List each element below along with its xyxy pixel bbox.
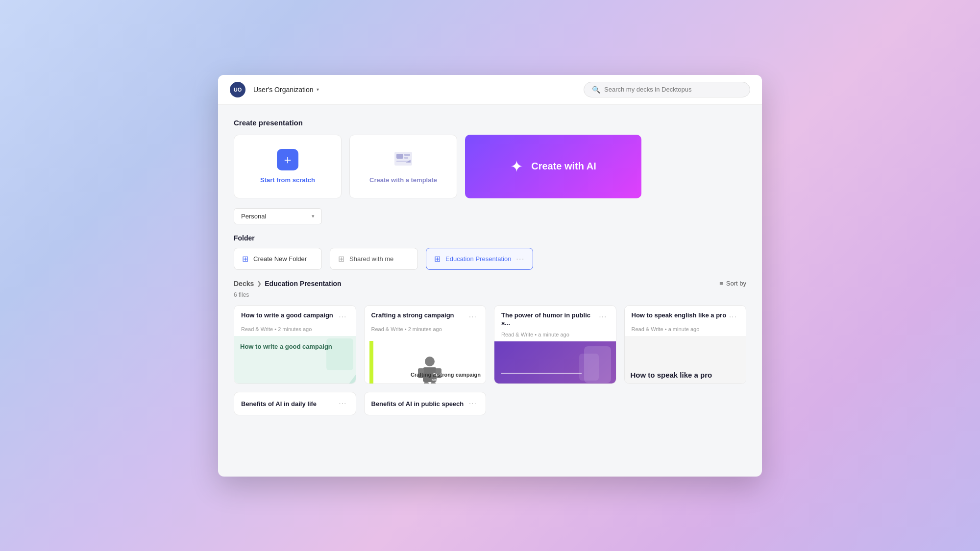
deck-card-3-title: The power of humor in public s... bbox=[501, 311, 597, 328]
search-icon: 🔍 bbox=[592, 86, 600, 94]
deck-card-1-title: How to write a good campaign bbox=[241, 311, 337, 320]
partial-deck-1[interactable]: Benefits of AI in daily life ··· bbox=[234, 392, 356, 415]
deck-card-1-thumb: How to write a good campaign bbox=[234, 336, 356, 384]
deck-card-3[interactable]: The power of humor in public s... ··· Re… bbox=[494, 305, 616, 384]
ai-label: Create with AI bbox=[531, 161, 596, 172]
dropdown-value: Personal bbox=[241, 213, 266, 220]
folder-cards-row: ⊞ Create New Folder ⊞ Shared with me ⊞ E… bbox=[234, 248, 746, 270]
deck-card-4-meta: Read & Write • a minute ago bbox=[625, 326, 746, 336]
deck-grid: How to write a good campaign ··· Read & … bbox=[234, 305, 746, 384]
template-card[interactable]: Create with a template bbox=[349, 135, 457, 198]
sort-icon: ≡ bbox=[719, 280, 723, 287]
svg-rect-2 bbox=[404, 154, 410, 156]
new-folder-icon: ⊞ bbox=[242, 254, 248, 264]
partial-deck-2-more-button[interactable]: ··· bbox=[467, 398, 479, 409]
thumb-1-text: How to write a good campaign bbox=[240, 343, 332, 351]
template-label: Create with a template bbox=[369, 176, 437, 184]
partial-deck-2[interactable]: Benefits of AI in public speech ··· bbox=[364, 392, 487, 415]
partial-deck-2-header: Benefits of AI in public speech ··· bbox=[371, 398, 479, 409]
ai-card[interactable]: ✦ Create with AI bbox=[465, 135, 641, 198]
breadcrumb-chevron-icon: ❯ bbox=[257, 280, 262, 287]
svg-rect-3 bbox=[404, 157, 408, 159]
deck-card-4-thumb: How to speak like a pro bbox=[625, 336, 746, 384]
partial-deck-row: Benefits of AI in daily life ··· Benefit… bbox=[234, 392, 746, 415]
thumb-4-text: How to speak like a pro bbox=[625, 364, 718, 384]
template-icon bbox=[392, 149, 414, 170]
deck-card-1-meta: Read & Write • 2 minutes ago bbox=[234, 326, 356, 336]
deck-card-3-meta: Read & Write • a minute ago bbox=[494, 332, 616, 341]
scratch-card[interactable]: ＋ Start from scratch bbox=[234, 135, 342, 198]
education-folder-label: Education Presentation bbox=[445, 255, 511, 263]
dropdown-row: Personal ▾ bbox=[234, 208, 746, 224]
partial-deck-1-header: Benefits of AI in daily life ··· bbox=[241, 398, 349, 409]
thumb-3-bar bbox=[501, 373, 582, 374]
svg-point-6 bbox=[425, 357, 435, 366]
create-section-title: Create presentation bbox=[234, 119, 746, 127]
org-chevron-icon: ▾ bbox=[317, 87, 319, 92]
breadcrumb: Decks ❯ Education Presentation bbox=[234, 280, 342, 287]
files-count: 6 files bbox=[234, 291, 746, 298]
deck-card-2-thumb: Crafting a strong Crafting a strong camp… bbox=[365, 336, 486, 384]
sort-button[interactable]: ≡ Sort by bbox=[719, 280, 746, 287]
scratch-label: Start from scratch bbox=[260, 176, 315, 184]
deck-card-2-more-button[interactable]: ··· bbox=[467, 311, 479, 322]
folder-section-title: Folder bbox=[234, 234, 746, 242]
deck-card-4-title: How to speak english like a pro bbox=[632, 311, 727, 320]
org-name-button[interactable]: User's Organization ▾ bbox=[253, 86, 319, 94]
deck-card-2[interactable]: Crafting a strong campaign ··· Read & Wr… bbox=[364, 305, 487, 384]
create-new-folder-card[interactable]: ⊞ Create New Folder bbox=[234, 248, 322, 270]
education-folder-icon: ⊞ bbox=[434, 254, 441, 264]
sort-label: Sort by bbox=[726, 280, 746, 287]
deck-card-1-header: How to write a good campaign ··· bbox=[234, 306, 356, 326]
svg-rect-10 bbox=[424, 382, 429, 384]
education-folder-more-icon[interactable]: ··· bbox=[516, 255, 525, 263]
deck-card-1[interactable]: How to write a good campaign ··· Read & … bbox=[234, 305, 356, 384]
ai-star-icon: ✦ bbox=[510, 157, 523, 176]
thumb-2-text: Crafting a strong campaign bbox=[411, 372, 481, 378]
deck-card-2-title: Crafting a strong campaign bbox=[371, 311, 467, 320]
deck-card-4[interactable]: How to speak english like a pro ··· Read… bbox=[624, 305, 747, 384]
svg-text:strong: strong bbox=[432, 378, 442, 382]
deck-card-1-more-button[interactable]: ··· bbox=[337, 311, 348, 322]
chevron-down-icon: ▾ bbox=[312, 213, 315, 219]
decks-header: Decks ❯ Education Presentation ≡ Sort by bbox=[234, 280, 746, 287]
shared-icon: ⊞ bbox=[338, 254, 344, 264]
partial-deck-2-title: Benefits of AI in public speech bbox=[371, 400, 467, 407]
personal-dropdown[interactable]: Personal ▾ bbox=[234, 208, 322, 224]
deck-card-2-header: Crafting a strong campaign ··· bbox=[365, 306, 486, 326]
folder-section: Folder ⊞ Create New Folder ⊞ Shared with… bbox=[234, 234, 746, 270]
content-area: Create presentation ＋ Start from scratch bbox=[218, 105, 762, 477]
deck-card-4-more-button[interactable]: ··· bbox=[727, 311, 739, 322]
deck-card-3-more-button[interactable]: ··· bbox=[597, 311, 609, 322]
thumb-3-deco2 bbox=[579, 354, 599, 381]
breadcrumb-current: Education Presentation bbox=[265, 280, 341, 287]
main-window: UO User's Organization ▾ 🔍 Create presen… bbox=[218, 75, 762, 477]
thumb-2-bar bbox=[369, 341, 373, 384]
svg-rect-1 bbox=[396, 154, 403, 159]
org-logo: UO bbox=[230, 82, 245, 97]
partial-deck-1-title: Benefits of AI in daily life bbox=[241, 400, 337, 407]
new-folder-label: Create New Folder bbox=[253, 255, 307, 263]
shared-folder-card[interactable]: ⊞ Shared with me bbox=[330, 248, 418, 270]
search-input[interactable] bbox=[604, 86, 742, 93]
thumb-1-deco1 bbox=[326, 375, 356, 384]
create-cards-row: ＋ Start from scratch Create with a templ… bbox=[234, 135, 746, 198]
org-name-label: User's Organization bbox=[253, 86, 314, 94]
partial-deck-1-more-button[interactable]: ··· bbox=[337, 398, 348, 409]
deck-card-3-header: The power of humor in public s... ··· bbox=[494, 306, 616, 332]
deck-card-4-header: How to speak english like a pro ··· bbox=[625, 306, 746, 326]
deck-card-2-meta: Read & Write • 2 minutes ago bbox=[365, 326, 486, 336]
scratch-icon: ＋ bbox=[277, 149, 298, 170]
svg-rect-11 bbox=[431, 382, 436, 384]
deck-card-3-thumb: The power of humor bbox=[494, 341, 616, 384]
shared-folder-label: Shared with me bbox=[349, 255, 393, 263]
education-folder-card[interactable]: ⊞ Education Presentation ··· bbox=[426, 248, 533, 270]
search-bar[interactable]: 🔍 bbox=[584, 82, 750, 97]
header: UO User's Organization ▾ 🔍 bbox=[218, 75, 762, 105]
breadcrumb-decks: Decks bbox=[234, 280, 254, 287]
